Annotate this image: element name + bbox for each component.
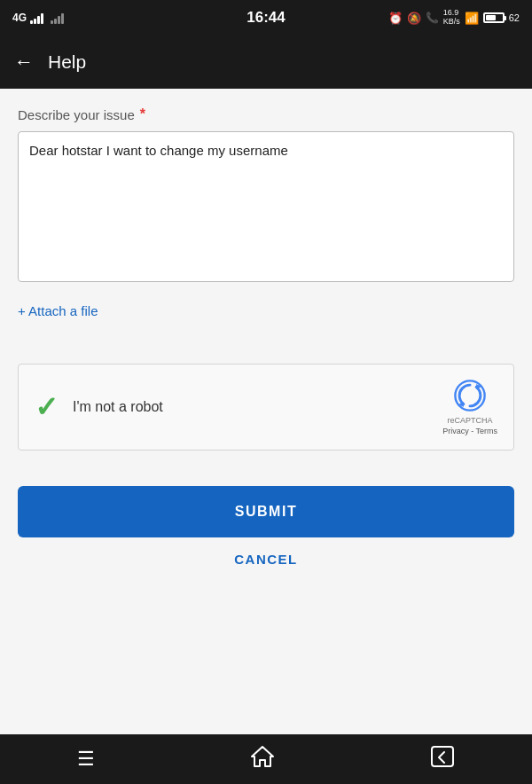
battery-fill bbox=[486, 15, 497, 20]
network-indicator: 4G bbox=[12, 12, 27, 24]
svg-rect-3 bbox=[432, 747, 453, 766]
cancel-button[interactable]: CANCEL bbox=[18, 552, 514, 567]
issue-label: Describe your issue bbox=[18, 107, 135, 122]
app-title: Help bbox=[48, 51, 86, 73]
recaptcha-brand: reCAPTCHA bbox=[448, 416, 493, 427]
home-svg-icon bbox=[250, 745, 275, 768]
issue-textarea[interactable]: Dear hotstar I want to change my usernam… bbox=[18, 131, 514, 282]
home-icon[interactable] bbox=[250, 745, 275, 774]
recaptcha-widget[interactable]: ✓ I'm not a robot reCAPTCHA Privacy - Te… bbox=[18, 364, 514, 451]
signal-bar-2 bbox=[34, 19, 36, 24]
mute-icon: 🔕 bbox=[407, 12, 421, 25]
battery-level: 62 bbox=[509, 12, 520, 23]
signal-bars bbox=[30, 12, 43, 24]
back-nav-svg-icon bbox=[430, 745, 455, 768]
battery-icon bbox=[483, 12, 505, 23]
signal-bar-4 bbox=[41, 13, 43, 24]
wifi-icon: 📶 bbox=[465, 12, 479, 25]
back-button[interactable]: ← bbox=[14, 51, 34, 74]
recaptcha-left: ✓ I'm not a robot bbox=[35, 393, 163, 421]
recaptcha-right: reCAPTCHA Privacy - Terms bbox=[442, 379, 497, 435]
content-area: Describe your issue * Dear hotstar I wan… bbox=[0, 89, 532, 734]
status-left: 4G bbox=[12, 12, 64, 24]
data-speed: 16.9KB/s bbox=[443, 9, 460, 27]
signal-bar-1 bbox=[30, 20, 33, 24]
status-bar: 4G 16:44 ⏰ 🔕 📞 16.9KB/s 📶 62 bbox=[0, 0, 532, 35]
recaptcha-checkmark: ✓ bbox=[35, 393, 59, 421]
back-nav-icon[interactable] bbox=[430, 745, 455, 773]
status-right: ⏰ 🔕 📞 16.9KB/s 📶 62 bbox=[388, 9, 520, 27]
status-time: 16:44 bbox=[246, 9, 285, 27]
recaptcha-label: I'm not a robot bbox=[73, 399, 163, 415]
recaptcha-logo-icon bbox=[453, 379, 487, 412]
app-bar: ← Help bbox=[0, 35, 532, 89]
required-indicator: * bbox=[140, 106, 145, 122]
form-label-row: Describe your issue * bbox=[18, 106, 514, 122]
bottom-nav: ☰ bbox=[0, 734, 532, 784]
signal-bar-6 bbox=[54, 19, 57, 24]
signal-bar-5 bbox=[51, 20, 53, 24]
alarm-icon: ⏰ bbox=[388, 12, 403, 25]
call-icon: 📞 bbox=[426, 12, 439, 24]
menu-icon[interactable]: ☰ bbox=[77, 748, 95, 771]
submit-button[interactable]: SUBMIT bbox=[18, 486, 514, 537]
signal-bar-3 bbox=[37, 16, 40, 24]
signal-bars-2 bbox=[51, 12, 64, 24]
attach-file-button[interactable]: + Attach a file bbox=[18, 303, 98, 318]
svg-marker-2 bbox=[252, 747, 273, 766]
recaptcha-links: Privacy - Terms bbox=[442, 427, 497, 435]
signal-bar-8 bbox=[61, 13, 64, 24]
signal-bar-7 bbox=[58, 16, 60, 24]
attach-label: + Attach a file bbox=[18, 303, 98, 318]
